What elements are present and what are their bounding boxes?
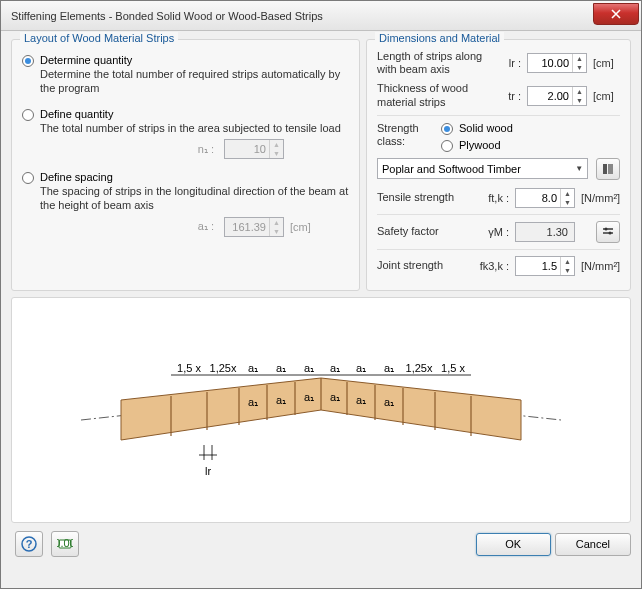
close-button[interactable] — [593, 3, 639, 25]
thickness-spinner[interactable]: ▲▼ — [527, 86, 587, 106]
opt-define-spacing-label[interactable]: Define spacing — [40, 171, 113, 183]
joint-arrows[interactable]: ▲▼ — [560, 257, 574, 275]
safety-settings-button[interactable] — [596, 221, 620, 243]
joint-label: Joint strength — [377, 259, 467, 272]
svg-text:a₁: a₁ — [276, 362, 286, 374]
help-button[interactable]: ? — [15, 531, 43, 557]
tensile-input[interactable] — [516, 191, 560, 205]
ok-button[interactable]: OK — [476, 533, 551, 556]
a1-spinner: ▲▼ — [224, 217, 284, 237]
opt-define-spacing-desc: The spacing of strips in the longitudina… — [40, 185, 349, 213]
svg-text:a₁: a₁ — [276, 394, 286, 406]
units-icon: 0.00 — [57, 536, 73, 552]
cancel-button[interactable]: Cancel — [555, 533, 631, 556]
opt-determine-block: Determine quantity Determine the total n… — [22, 54, 349, 96]
radio-determine-quantity[interactable] — [22, 55, 34, 67]
help-icon: ? — [21, 536, 37, 552]
chevron-down-icon: ▼ — [575, 164, 583, 173]
a1-input — [225, 220, 269, 234]
diagram-svg: 1,5 x 1,25x a₁ a₁ a₁ a₁ a₁ a₁ 1,25x 1,5 … — [21, 300, 621, 520]
a1-spin-arrows: ▲▼ — [269, 218, 283, 236]
radio-plywood[interactable] — [441, 140, 453, 152]
svg-text:1,5 x: 1,5 x — [441, 362, 465, 374]
a1-symbol: a₁ : — [40, 220, 220, 233]
settings-icon — [601, 225, 615, 239]
divider-1 — [377, 115, 620, 116]
svg-text:a₁: a₁ — [304, 362, 314, 374]
joint-unit: [N/mm²] — [581, 260, 620, 272]
svg-text:a₁: a₁ — [248, 362, 258, 374]
opt-define-qty-block: Define quantity The total number of stri… — [22, 108, 349, 160]
radio-solid-wood[interactable] — [441, 123, 453, 135]
thickness-sym: tr : — [489, 90, 523, 102]
svg-text:a₁: a₁ — [330, 391, 340, 403]
tensile-label: Tensile strength — [377, 191, 467, 204]
radio-define-quantity[interactable] — [22, 109, 34, 121]
safety-sym: γM : — [471, 226, 511, 238]
strip-diagram: 1,5 x 1,25x a₁ a₁ a₁ a₁ a₁ a₁ 1,25x 1,5 … — [11, 297, 631, 523]
book-icon — [601, 162, 615, 176]
solid-wood-label[interactable]: Solid wood — [459, 122, 513, 134]
a1-unit: [cm] — [290, 221, 311, 233]
radio-define-spacing[interactable] — [22, 172, 34, 184]
svg-text:a₁: a₁ — [330, 362, 340, 374]
svg-rect-1 — [608, 164, 613, 174]
dialog-window: Stiffening Elements - Bonded Solid Wood … — [0, 0, 642, 589]
svg-text:0.00: 0.00 — [57, 537, 73, 549]
layout-group-title: Layout of Wood Material Strips — [20, 32, 178, 44]
window-title: Stiffening Elements - Bonded Solid Wood … — [11, 10, 593, 22]
svg-rect-0 — [603, 164, 607, 174]
opt-define-qty-desc: The total number of strips in the area s… — [40, 122, 349, 136]
joint-sym: fk3,k : — [471, 260, 511, 272]
svg-text:a₁: a₁ — [356, 362, 366, 374]
wood-type-select[interactable]: Poplar and Softwood Timber ▼ — [377, 158, 588, 179]
opt-determine-label[interactable]: Determine quantity — [40, 54, 132, 66]
length-arrows[interactable]: ▲▼ — [572, 54, 586, 72]
length-input[interactable] — [528, 56, 572, 70]
svg-point-4 — [605, 227, 608, 230]
svg-text:a₁: a₁ — [248, 396, 258, 408]
svg-text:1,25x: 1,25x — [210, 362, 237, 374]
n1-spin-arrows: ▲▼ — [269, 140, 283, 158]
svg-text:?: ? — [26, 538, 33, 550]
tensile-arrows[interactable]: ▲▼ — [560, 189, 574, 207]
top-row: Layout of Wood Material Strips Determine… — [11, 39, 631, 291]
length-spinner[interactable]: ▲▼ — [527, 53, 587, 73]
footer: ? 0.00 OK Cancel — [11, 529, 631, 557]
divider-2 — [377, 214, 620, 215]
svg-point-5 — [609, 231, 612, 234]
wood-type-value: Poplar and Softwood Timber — [382, 163, 571, 175]
library-button[interactable] — [596, 158, 620, 180]
tensile-unit: [N/mm²] — [581, 192, 620, 204]
joint-input[interactable] — [516, 259, 560, 273]
n1-spinner: ▲▼ — [224, 139, 284, 159]
svg-text:1,5 x: 1,5 x — [177, 362, 201, 374]
thickness-input[interactable] — [528, 89, 572, 103]
safety-value: 1.30 — [515, 222, 575, 242]
svg-text:a₁: a₁ — [356, 394, 366, 406]
divider-3 — [377, 249, 620, 250]
tensile-sym: ft,k : — [471, 192, 511, 204]
length-unit: [cm] — [593, 57, 614, 69]
titlebar: Stiffening Elements - Bonded Solid Wood … — [1, 1, 641, 31]
svg-text:lr: lr — [205, 465, 211, 477]
opt-define-qty-label[interactable]: Define quantity — [40, 108, 113, 120]
plywood-label[interactable]: Plywood — [459, 139, 501, 151]
dimensions-group: Dimensions and Material Length of strips… — [366, 39, 631, 291]
layout-group: Layout of Wood Material Strips Determine… — [11, 39, 360, 291]
joint-spinner[interactable]: ▲▼ — [515, 256, 575, 276]
tensile-spinner[interactable]: ▲▼ — [515, 188, 575, 208]
length-sym: lr : — [489, 57, 523, 69]
thickness-label: Thickness of wood material strips — [377, 82, 485, 108]
svg-text:a₁: a₁ — [384, 396, 394, 408]
opt-define-spacing-block: Define spacing The spacing of strips in … — [22, 171, 349, 237]
svg-text:a₁: a₁ — [304, 391, 314, 403]
n1-input — [225, 142, 269, 156]
thickness-arrows[interactable]: ▲▼ — [572, 87, 586, 105]
n1-symbol: n₁ : — [40, 143, 220, 156]
close-icon — [611, 9, 621, 19]
units-button[interactable]: 0.00 — [51, 531, 79, 557]
thickness-unit: [cm] — [593, 90, 614, 102]
safety-label: Safety factor — [377, 225, 467, 238]
length-label: Length of strips along with beam axis — [377, 50, 485, 76]
